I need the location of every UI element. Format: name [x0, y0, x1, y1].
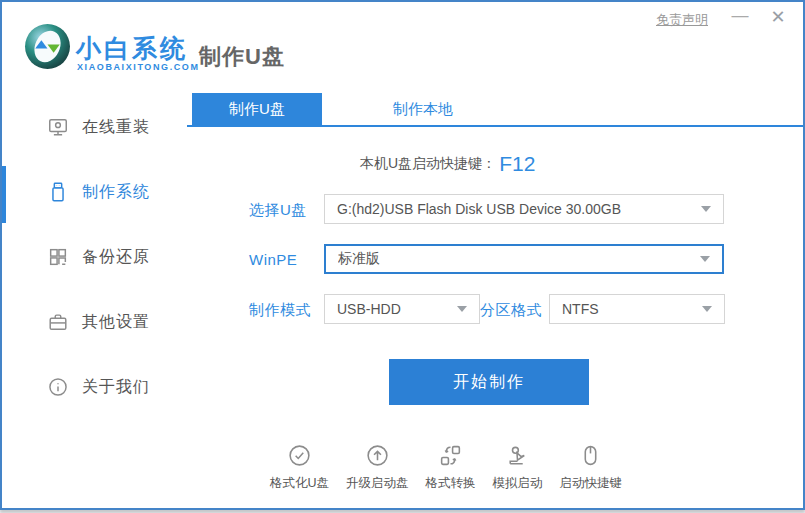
brand-name: 小白系统	[76, 32, 188, 65]
brand-domain: XIAOBAIXITONG.COM	[77, 62, 200, 72]
winpe-select-value: 标准版	[338, 250, 380, 268]
close-icon[interactable]: ✕	[767, 6, 789, 28]
start-make-button[interactable]: 开始制作	[389, 359, 589, 405]
mode-select[interactable]: USB-HDD	[324, 294, 480, 324]
info-icon	[47, 376, 69, 398]
toolbox-icon	[47, 311, 69, 333]
tab-make-usb[interactable]: 制作U盘	[192, 93, 322, 125]
partition-select-label: 分区格式	[480, 301, 542, 320]
footer-toolbar: 格式化U盘 升级启动盘 格式转换	[270, 443, 622, 492]
sidebar-item-label: 其他设置	[82, 312, 150, 333]
brand-logo-icon	[24, 23, 71, 70]
tool-format-usb[interactable]: 格式化U盘	[270, 443, 329, 492]
sidebar-item-label: 制作系统	[82, 182, 150, 203]
boot-hotkey-value: F12	[499, 152, 535, 176]
tab-make-local[interactable]: 制作本地	[358, 93, 488, 125]
minimize-icon[interactable]: —	[729, 6, 751, 26]
check-circle-icon	[287, 443, 312, 468]
sidebar-item-label: 关于我们	[82, 377, 150, 398]
mode-select-label: 制作模式	[249, 301, 311, 320]
sidebar-item-online-reinstall[interactable]: 在线重装	[2, 107, 187, 147]
tool-label: 格式转换	[426, 475, 476, 492]
sidebar-item-label: 在线重装	[82, 117, 150, 138]
backup-grid-icon	[47, 246, 69, 268]
usb-drive-select[interactable]: G:(hd2)USB Flash Disk USB Device 30.00GB	[324, 194, 724, 224]
tool-label: 启动快捷键	[560, 475, 623, 492]
monitor-icon	[47, 116, 69, 138]
stamp-icon	[505, 443, 530, 468]
tool-label: 格式化U盘	[270, 475, 329, 492]
chevron-down-icon	[702, 306, 712, 312]
convert-icon	[438, 443, 463, 468]
boot-hotkey-label: 本机U盘启动快捷键：	[360, 155, 496, 173]
chevron-down-icon	[700, 256, 710, 262]
partition-select-value: NTFS	[562, 301, 599, 317]
disclaimer-link[interactable]: 免责声明	[656, 11, 708, 29]
tab-underline	[187, 125, 803, 127]
usb-drive-icon	[47, 181, 69, 203]
partition-format-select[interactable]: NTFS	[549, 294, 725, 324]
tool-label: 升级启动盘	[346, 475, 409, 492]
sidebar-item-about-us[interactable]: 关于我们	[2, 367, 187, 407]
mouse-icon	[578, 443, 603, 468]
mode-select-value: USB-HDD	[337, 301, 401, 317]
arrow-up-circle-icon	[365, 443, 390, 468]
usb-drive-select-value: G:(hd2)USB Flash Disk USB Device 30.00GB	[337, 201, 621, 217]
tool-upgrade-boot-disk[interactable]: 升级启动盘	[346, 443, 409, 492]
sidebar-item-label: 备份还原	[82, 247, 150, 268]
tool-simulate-boot[interactable]: 模拟启动	[493, 443, 543, 492]
winpe-select-label: WinPE	[249, 251, 297, 268]
chevron-down-icon	[701, 206, 711, 212]
sidebar-item-backup-restore[interactable]: 备份还原	[2, 237, 187, 277]
tool-boot-hotkey[interactable]: 启动快捷键	[560, 443, 623, 492]
tool-label: 模拟启动	[493, 475, 543, 492]
sidebar: 在线重装 制作系统 备份还原	[2, 107, 187, 432]
page-title: 制作U盘	[199, 42, 285, 72]
sidebar-item-other-settings[interactable]: 其他设置	[2, 302, 187, 342]
boot-hotkey-line: 本机U盘启动快捷键： F12	[360, 152, 535, 176]
chevron-down-icon	[457, 306, 467, 312]
sidebar-item-make-system[interactable]: 制作系统	[2, 172, 187, 212]
app-window: 免责声明 — ✕ 小白系统 XIAOBAIXITONG.COM 制作U盘	[0, 0, 805, 510]
winpe-select[interactable]: 标准版	[324, 244, 724, 274]
usb-select-label: 选择U盘	[249, 201, 307, 220]
tool-format-convert[interactable]: 格式转换	[426, 443, 476, 492]
